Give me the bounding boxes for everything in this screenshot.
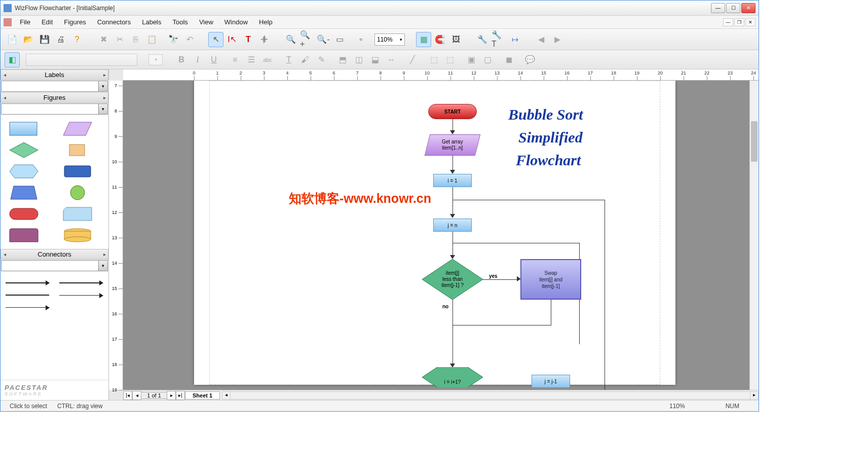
horizontal-scrollbar[interactable]: ◂ ▸	[222, 391, 759, 400]
menu-window[interactable]: Window	[219, 17, 253, 27]
prev-button[interactable]: ◀	[534, 32, 549, 47]
hexagon-shape[interactable]	[9, 163, 39, 180]
help-button[interactable]: ?	[69, 32, 85, 47]
maximize-button[interactable]: ☐	[726, 3, 740, 13]
swap-node[interactable]: Swapitem[j] anditem[j-1]	[520, 259, 581, 300]
menu-figures[interactable]: Figures	[59, 17, 91, 27]
open-button[interactable]: 📂	[21, 32, 36, 47]
align-left-button[interactable]: ≡	[228, 52, 243, 67]
brush-button[interactable]: 🖌	[297, 52, 313, 67]
bold-button[interactable]: B	[174, 52, 189, 67]
undo-button[interactable]: ↶	[182, 32, 197, 47]
snap-button[interactable]: 🧲	[432, 32, 447, 47]
display-shape[interactable]	[9, 227, 39, 244]
text-tool[interactable]: T	[241, 32, 256, 47]
page[interactable]: Bubble Sort Simplified Flowchart START G…	[194, 81, 675, 385]
grid-button[interactable]: ▦	[416, 32, 431, 47]
diamond-shape[interactable]	[9, 141, 39, 159]
canvas-viewport[interactable]: Bubble Sort Simplified Flowchart START G…	[123, 81, 759, 390]
zoom-fit-button[interactable]: ▭	[332, 32, 347, 47]
cylinder-shape[interactable]	[62, 227, 93, 244]
parallelogram-shape[interactable]	[62, 120, 93, 137]
next-button[interactable]: ▶	[550, 32, 565, 47]
connector-tool[interactable]: ⸎	[257, 32, 272, 47]
new-button[interactable]: 📄	[5, 32, 20, 47]
cut-button[interactable]: ✂	[112, 32, 127, 47]
bring-front-button[interactable]: ▣	[464, 52, 479, 67]
pen-button[interactable]: ✎	[314, 52, 329, 67]
labels-header[interactable]: ◂ Labels ▸	[1, 69, 108, 80]
line-style-button[interactable]: ╱	[405, 52, 420, 67]
vertical-scrollbar[interactable]	[749, 81, 759, 390]
scrollbar-thumb[interactable]	[751, 121, 758, 162]
text-wrench-button[interactable]: 🔧T	[491, 32, 506, 47]
delete-button[interactable]: ✖	[96, 32, 111, 47]
circle-shape[interactable]	[62, 184, 93, 201]
shadow-button[interactable]: ◼	[501, 52, 516, 67]
zoom-page-button[interactable]: ▫	[353, 32, 368, 47]
decision-2-node[interactable]: i = i+1?	[422, 367, 483, 387]
mdi-close-button[interactable]: ✕	[745, 18, 756, 26]
close-button[interactable]: ✕	[741, 3, 756, 13]
connector-arrow-2[interactable]	[59, 282, 103, 283]
connectors-combo[interactable]: ▾	[1, 260, 108, 271]
text-select-tool[interactable]: I↖	[224, 32, 240, 47]
flow-button[interactable]: ↦	[507, 32, 522, 47]
zoom-out-button[interactable]: 🔍-	[316, 32, 331, 47]
connector-arrow-1[interactable]	[6, 282, 49, 283]
distribute-button[interactable]: ↔	[384, 52, 399, 67]
send-back-button[interactable]: ▢	[480, 52, 495, 67]
menu-file[interactable]: File	[15, 17, 35, 27]
find-button[interactable]: 🔭	[166, 32, 181, 47]
mdi-restore-button[interactable]: ❐	[734, 18, 744, 26]
save-button[interactable]: 💾	[37, 32, 52, 47]
connector-line-1[interactable]	[6, 295, 49, 296]
zoom-combo[interactable]: 110%▾	[374, 33, 405, 46]
panel-toggle-button[interactable]: ◧	[5, 52, 20, 67]
menu-view[interactable]: View	[194, 17, 218, 27]
connector-thin-arrow[interactable]	[59, 295, 103, 296]
comment-button[interactable]: 💬	[522, 52, 538, 67]
abc-button[interactable]: abc	[260, 52, 275, 67]
sheet-first-button[interactable]: |◂	[123, 391, 132, 400]
zoom-tool[interactable]: 🔍	[283, 32, 298, 47]
image-button[interactable]: 🖼	[448, 32, 464, 47]
align-top-button[interactable]: ⬒	[335, 52, 350, 67]
menu-labels[interactable]: Labels	[137, 17, 166, 27]
paste-button[interactable]: 📋	[144, 32, 160, 47]
print-button[interactable]: 🖨	[53, 32, 68, 47]
text-color-button[interactable]: T	[281, 52, 296, 67]
process-jdec-node[interactable]: j = j-1	[532, 375, 570, 388]
align-middle-button[interactable]: ◫	[351, 52, 366, 67]
decision-node[interactable]: item[j]less thanitem[j-1] ?	[422, 259, 483, 300]
process-jn-node[interactable]: j = n	[433, 219, 472, 232]
menu-edit[interactable]: Edit	[36, 17, 58, 27]
sheet-next-button[interactable]: ▸	[167, 391, 176, 400]
figures-header[interactable]: ◂ Figures ▸	[1, 92, 108, 103]
labels-combo[interactable]: ▾	[1, 81, 108, 92]
trapezoid-shape[interactable]	[9, 184, 39, 201]
font-combo[interactable]	[26, 54, 137, 66]
ungroup-button[interactable]: ⬚	[442, 52, 458, 67]
select-tool[interactable]: ↖	[208, 32, 223, 47]
rectangle-shape[interactable]	[9, 120, 39, 137]
wrench-button[interactable]: 🔧	[475, 32, 490, 47]
copy-button[interactable]: ⎘	[128, 32, 143, 47]
card-shape[interactable]	[62, 205, 93, 223]
connectors-header[interactable]: ◂ Connectors ▸	[1, 249, 108, 260]
group-button[interactable]: ⬚	[426, 52, 441, 67]
minimize-button[interactable]: —	[711, 3, 725, 13]
underline-button[interactable]: U	[206, 52, 221, 67]
mdi-minimize-button[interactable]: —	[723, 18, 733, 26]
scroll-left-button[interactable]: ◂	[222, 392, 231, 399]
small-rect-shape[interactable]	[62, 141, 93, 159]
start-node[interactable]: START	[428, 104, 477, 119]
rounded-rect-shape[interactable]	[62, 163, 93, 180]
menu-tools[interactable]: Tools	[168, 17, 193, 27]
menu-help[interactable]: Help	[254, 17, 278, 27]
figures-combo[interactable]: ▾	[1, 103, 108, 115]
scroll-right-button[interactable]: ▸	[750, 392, 758, 399]
italic-button[interactable]: I	[190, 52, 205, 67]
process-i1-node[interactable]: i = 1	[433, 174, 472, 187]
fill-color-button[interactable]: ▾	[148, 54, 163, 65]
